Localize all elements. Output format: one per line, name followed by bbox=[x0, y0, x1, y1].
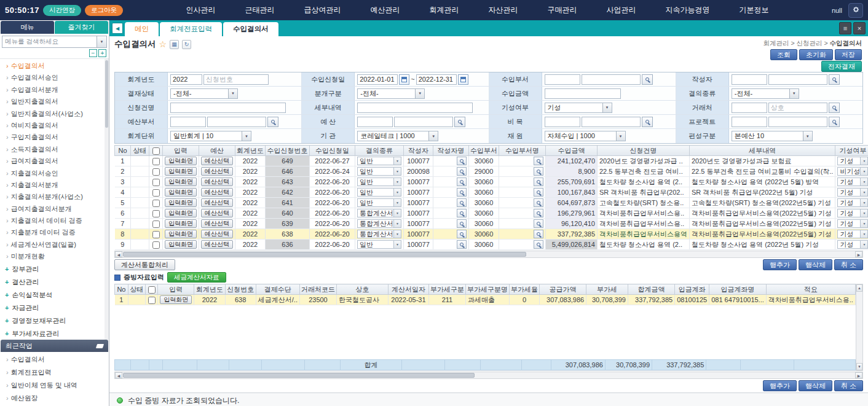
journal-division-select[interactable]: -전체-▼ bbox=[357, 88, 425, 99]
logout-button[interactable]: 로그아웃 bbox=[85, 5, 123, 16]
sidebar-item[interactable]: ›소득지출결의서 bbox=[0, 144, 109, 155]
sidebar-item[interactable]: ›지출결의서분개(사업소) bbox=[0, 191, 109, 203]
sidebar-item[interactable]: ›수입결의서분개 bbox=[0, 84, 109, 96]
row-checkbox[interactable] bbox=[152, 189, 160, 197]
save-button[interactable]: 저장 bbox=[835, 49, 862, 60]
window-close-button[interactable]: × bbox=[853, 22, 866, 34]
collapse-all-button[interactable]: − bbox=[89, 49, 97, 57]
input-screen-button[interactable]: 입력화면 bbox=[165, 209, 197, 217]
cell-select[interactable]: 기성▼ bbox=[837, 230, 868, 238]
budget-select-button[interactable]: 예산선택 bbox=[201, 167, 233, 176]
sidebar-tab-favorites[interactable]: 즐겨찾기 bbox=[55, 21, 108, 34]
search-icon[interactable] bbox=[534, 157, 543, 165]
writer-name-input[interactable] bbox=[768, 74, 827, 85]
budget-dept-code-input[interactable] bbox=[170, 117, 206, 127]
content-tab[interactable]: 수입결의서 bbox=[223, 22, 278, 36]
sidebar-group[interactable]: +손익실적분석 bbox=[0, 289, 109, 302]
cell-select[interactable]: 기성▼ bbox=[837, 219, 868, 228]
account-unit-select[interactable]: 일반회계 | 10▼ bbox=[170, 131, 251, 141]
calendar-icon[interactable] bbox=[458, 74, 468, 85]
input-screen-button[interactable]: 입력화면 bbox=[165, 178, 197, 186]
recent-work-item[interactable]: ›회계전표입력 bbox=[0, 366, 109, 379]
customer-code-input[interactable] bbox=[732, 103, 767, 113]
row-checkbox[interactable] bbox=[148, 297, 156, 304]
top-menu-item[interactable]: 회계관리 bbox=[414, 0, 473, 20]
budget-select-button[interactable]: 예산선택 bbox=[201, 188, 233, 197]
sidebar-item[interactable]: ›세금계산서연결(일괄) bbox=[0, 239, 109, 251]
cell-select[interactable]: 통합계산서▼ bbox=[357, 219, 401, 228]
row-checkbox[interactable] bbox=[152, 231, 160, 238]
sidebar-group[interactable]: +부가세자료관리 bbox=[0, 327, 109, 340]
fiscal-year-input[interactable] bbox=[170, 74, 202, 85]
budget-select-button[interactable]: 예산선택 bbox=[201, 230, 233, 238]
screen-icon[interactable]: ▦ bbox=[170, 40, 179, 49]
expense-item-name-input[interactable] bbox=[582, 117, 641, 127]
grid2-add-row-button[interactable]: 행추가 bbox=[763, 380, 797, 391]
input-screen-button[interactable]: 입력화면 bbox=[160, 295, 192, 304]
search-icon[interactable] bbox=[457, 157, 467, 165]
detail-content-input[interactable] bbox=[357, 103, 473, 113]
budget-select-button[interactable]: 예산선택 bbox=[201, 219, 233, 228]
e-approval-button[interactable]: 전자결재 bbox=[821, 61, 862, 72]
search-button[interactable] bbox=[829, 117, 840, 127]
grid2-delete-row-button[interactable]: 행삭제 bbox=[799, 380, 832, 391]
scrollbar-thumb[interactable] bbox=[105, 60, 108, 128]
search-icon[interactable] bbox=[457, 178, 467, 186]
expand-all-button[interactable]: + bbox=[98, 49, 106, 57]
top-menu-item[interactable]: 지속가능경영 bbox=[650, 0, 724, 20]
grid1-row[interactable]: 5입력화면예산선택20226412022-06-20일반▼10007730060… bbox=[115, 198, 868, 208]
top-menu-item[interactable]: 예산관리 bbox=[355, 0, 414, 20]
scroll-right-icon[interactable]: ▶ bbox=[855, 251, 862, 257]
sidebar-item[interactable]: ›지출결의서분개 bbox=[0, 179, 109, 191]
input-screen-button[interactable]: 입력화면 bbox=[165, 219, 197, 228]
search-button[interactable] bbox=[642, 117, 653, 127]
search-icon[interactable] bbox=[534, 178, 543, 186]
search-icon[interactable] bbox=[457, 240, 467, 249]
row-checkbox[interactable] bbox=[152, 158, 160, 165]
budget-code-input[interactable] bbox=[357, 117, 393, 127]
search-icon[interactable] bbox=[534, 230, 543, 238]
search-icon[interactable] bbox=[534, 240, 543, 249]
sidebar-item[interactable]: ›수입결의서승인 bbox=[0, 72, 109, 84]
request-title-input[interactable] bbox=[170, 103, 286, 113]
search-button[interactable] bbox=[642, 74, 653, 85]
budget-name-input[interactable] bbox=[394, 117, 453, 127]
grid1-row[interactable]: 6입력화면예산선택20226402022-06-20통합계산서▼10007730… bbox=[115, 208, 868, 219]
budget-classification-select[interactable]: 본예산 10▼ bbox=[732, 131, 813, 141]
sidebar-item[interactable]: ›지출결의서 데이터 검증 bbox=[0, 215, 109, 227]
refresh-icon[interactable]: ↻ bbox=[182, 40, 191, 49]
grid2-hscrollbar[interactable]: ◀ ▶ bbox=[114, 372, 863, 379]
cell-select[interactable]: 일반▼ bbox=[357, 167, 401, 176]
favorite-star-icon[interactable]: ☆ bbox=[159, 39, 167, 49]
sidebar-group[interactable]: +결산관리 bbox=[0, 276, 109, 289]
search-icon[interactable] bbox=[534, 167, 543, 176]
cell-select[interactable]: 기성▼ bbox=[837, 209, 868, 217]
sidebar-scrollbar[interactable] bbox=[105, 59, 109, 340]
grid1-hscrollbar[interactable]: ◀ ▶ bbox=[114, 251, 863, 258]
search-button[interactable] bbox=[454, 117, 465, 127]
grid2-cancel-button[interactable]: 취 소 bbox=[834, 380, 863, 391]
settings-button[interactable] bbox=[848, 3, 863, 18]
select-all-checkbox[interactable] bbox=[146, 284, 158, 295]
input-screen-button[interactable]: 입력화면 bbox=[165, 198, 197, 207]
grid2-vscrollbar[interactable]: ▲ ▼ bbox=[856, 284, 863, 371]
row-checkbox[interactable] bbox=[152, 179, 160, 186]
sidebar-item[interactable]: ›여비지출결의서 bbox=[0, 120, 109, 131]
search-icon[interactable] bbox=[457, 198, 467, 207]
eraser-icon[interactable] bbox=[96, 344, 104, 348]
input-screen-button[interactable]: 입력화면 bbox=[165, 157, 197, 165]
invoice-merge-button[interactable]: 계산서통합처리 bbox=[114, 259, 175, 270]
cell-select[interactable]: 일반▼ bbox=[357, 188, 401, 197]
sidebar-item[interactable]: ›급여지출결의서분개 bbox=[0, 203, 109, 215]
content-tab[interactable]: 메인 bbox=[125, 22, 159, 36]
search-icon[interactable] bbox=[534, 219, 543, 228]
cell-select[interactable]: 기성▼ bbox=[837, 198, 868, 207]
tab-scroll-left-button[interactable]: ◀ bbox=[112, 23, 123, 34]
cell-select[interactable]: 통합계산서▼ bbox=[357, 209, 401, 217]
cell-select[interactable]: 비기성▼ bbox=[837, 167, 868, 176]
grid1-row[interactable]: 3입력화면예산선택20226432022-06-20일반▼10007730060… bbox=[115, 177, 868, 187]
grid1-row[interactable]: 2입력화면예산선택20226462022-06-24일반▼20009829000… bbox=[115, 166, 868, 177]
query-button[interactable]: 조회 bbox=[770, 49, 797, 60]
row-checkbox[interactable] bbox=[152, 241, 160, 249]
income-dept-code-input[interactable] bbox=[545, 74, 580, 85]
